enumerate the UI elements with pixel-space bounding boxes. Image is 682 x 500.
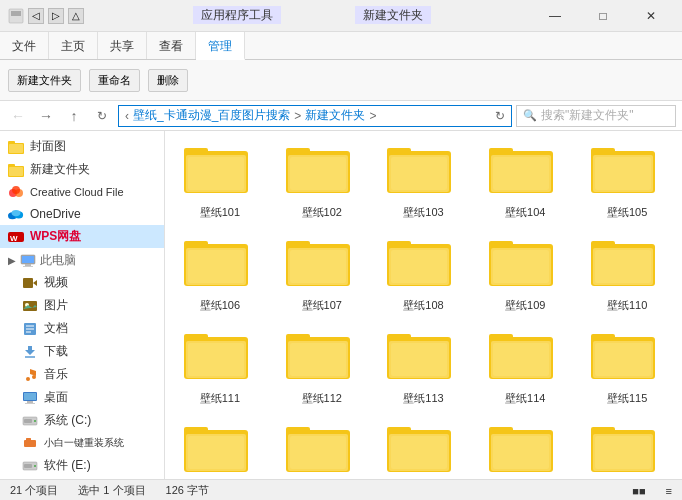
sidebar-section-thispc[interactable]: ▶ 此电脑 [0,248,164,271]
sidebar-item-sysC[interactable]: 系统 (C:) [0,409,164,432]
sidebar-item-music[interactable]: 音乐 [0,363,164,386]
folder-icon-shape [184,422,256,479]
folder-item[interactable]: 壁纸107 [275,232,369,317]
folder-item[interactable]: 壁纸115 [580,325,674,410]
sidebar-item-images[interactable]: 图片 [0,294,164,317]
folder-item[interactable]: 壁纸102 [275,139,369,224]
folder-item[interactable]: 壁纸106 [173,232,267,317]
refresh-button[interactable]: ↻ [90,105,114,127]
tab-share[interactable]: 共享 [98,32,147,59]
folder-label: 壁纸108 [403,298,443,313]
title-bar-label: 应用程序工具 新建文件夹 [92,7,532,24]
folder-item[interactable]: 壁纸104 [478,139,572,224]
folder-label: 壁纸107 [302,298,342,313]
app-tool-label: 应用程序工具 [193,6,281,24]
folder-item[interactable]: 壁纸116 [173,418,267,479]
folder-label: 壁纸114 [505,391,545,406]
folder-item[interactable]: 壁纸105 [580,139,674,224]
sidebar-item-softE[interactable]: 软件 (E:) [0,454,164,477]
close-button[interactable]: ✕ [628,0,674,32]
folder-item[interactable]: 壁纸110 [580,232,674,317]
svg-rect-53 [188,157,244,190]
svg-rect-33 [24,393,36,400]
sidebar-item-xiaomi[interactable]: 小白一键重装系统 [0,432,164,454]
title-bar: ◁ ▷ △ 应用程序工具 新建文件夹 — □ ✕ [0,0,682,32]
svg-rect-105 [493,343,549,376]
folder-item[interactable]: 壁纸103 [377,139,471,224]
docs-icon [22,321,38,337]
up-icon[interactable]: △ [68,8,84,24]
sidebar-label-images: 图片 [44,297,68,314]
svg-point-37 [34,420,36,422]
undo-icon[interactable]: ◁ [28,8,44,24]
video-icon [22,275,38,291]
ribbon-rename[interactable]: 重命名 [89,69,140,92]
svg-point-42 [34,465,36,467]
svg-rect-7 [9,167,23,176]
folder-item[interactable]: 壁纸118 [377,418,471,479]
sidebar-item-onedrive[interactable]: OneDrive [0,203,164,225]
svg-rect-39 [24,440,36,447]
folder-icon-shape [591,143,663,203]
window-icon [8,8,24,24]
folder-label: 壁纸103 [403,205,443,220]
sidebar-item-downloads[interactable]: 下载 [0,340,164,363]
folder-label: 壁纸109 [505,298,545,313]
back-button[interactable]: ← [6,105,30,127]
svg-rect-38 [24,419,32,423]
svg-rect-109 [595,343,651,376]
folder-icon-shape [591,236,663,296]
redo-icon[interactable]: ▷ [48,8,64,24]
up-button[interactable]: ↑ [62,105,86,127]
address-input[interactable]: ‹ 壁纸_卡通动漫_百度图片搜索 > 新建文件夹 > ↻ [118,105,512,127]
ribbon-delete[interactable]: 删除 [148,69,188,92]
address-chevron: ‹ [125,109,129,123]
folder-icon-shape [591,422,663,479]
folder-item[interactable]: 壁纸109 [478,232,572,317]
folder-item[interactable]: 壁纸111 [173,325,267,410]
maximize-button[interactable]: □ [580,0,626,32]
tab-view[interactable]: 查看 [147,32,196,59]
folder-item[interactable]: 壁纸108 [377,232,471,317]
folder-item[interactable]: 壁纸119 [478,418,572,479]
folder-item[interactable]: 壁纸117 [275,418,369,479]
folder-item[interactable]: 壁纸120 [580,418,674,479]
sidebar-item-cover[interactable]: 封面图 [0,135,164,158]
folder-label: 壁纸105 [607,205,647,220]
folder-item[interactable]: 壁纸112 [275,325,369,410]
tab-home[interactable]: 主页 [49,32,98,59]
folder-item[interactable]: 壁纸113 [377,325,471,410]
svg-rect-1 [11,11,21,16]
folder-item[interactable]: 壁纸114 [478,325,572,410]
folder-icon-shape [286,422,358,479]
refresh-icon[interactable]: ↻ [495,109,505,123]
sidebar-item-creative[interactable]: Creative Cloud File [0,181,164,203]
view-icons[interactable]: ■■ [632,485,645,497]
sidebar-item-video[interactable]: 视频 [0,271,164,294]
minimize-button[interactable]: — [532,0,578,32]
sidebar-label-video: 视频 [44,274,68,291]
folder-icon-shape [489,236,561,296]
sidebar-item-newfolder[interactable]: 新建文件夹 [0,158,164,181]
folder-icon-shape [184,143,256,203]
sidebar-item-docs[interactable]: 文档 [0,317,164,340]
sidebar-item-wps[interactable]: W WPS网盘 [0,225,164,248]
search-box[interactable]: 🔍 搜索"新建文件夹" [516,105,676,127]
svg-rect-85 [493,250,549,283]
ribbon-new-folder[interactable]: 新建文件夹 [8,69,81,92]
folder-label: 壁纸112 [302,391,342,406]
forward-button[interactable]: → [34,105,58,127]
tab-manage[interactable]: 管理 [196,32,245,60]
sidebar-item-desktop[interactable]: 桌面 [0,386,164,409]
folder-item[interactable]: 壁纸101 [173,139,267,224]
driveE-icon [22,458,38,474]
folder-label: 壁纸113 [403,391,443,406]
view-details[interactable]: ≡ [666,485,672,497]
sidebar-item-localF[interactable]: 本地磁盘 (F:) [0,477,164,479]
file-size: 126 字节 [166,483,209,498]
address-path2: 新建文件夹 [305,107,365,124]
tab-file[interactable]: 文件 [0,32,49,59]
sidebar-label-onedrive: OneDrive [30,207,81,221]
svg-rect-93 [188,343,244,376]
window-controls: — □ ✕ [532,0,674,32]
